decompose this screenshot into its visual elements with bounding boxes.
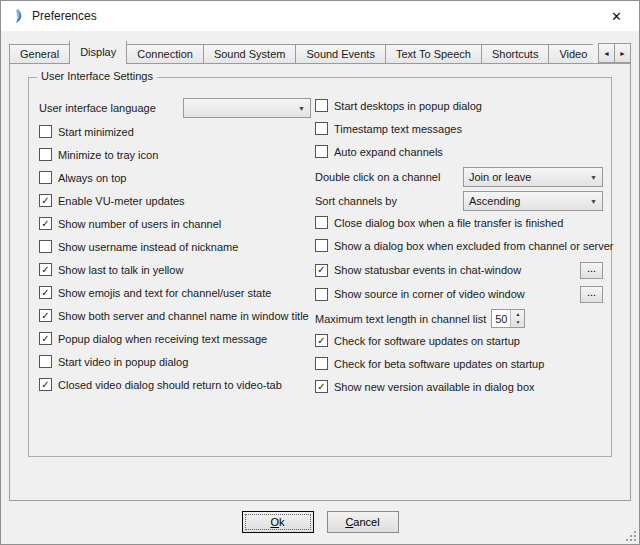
tab-scroll-left-button[interactable]: ◄ [598, 43, 615, 63]
checkbox-row: Minimize to tray icon [39, 147, 311, 162]
dropdown[interactable]: Join or leave▼ [463, 167, 603, 187]
checkbox-row: Close dialog box when a file transfer is… [315, 215, 603, 230]
checkbox[interactable] [39, 355, 52, 368]
checkbox-label: Show new version available in dialog box [334, 381, 535, 393]
checkbox[interactable] [315, 239, 328, 252]
checkbox[interactable] [39, 240, 52, 253]
checkbox-label: Show both server and channel name in win… [58, 310, 309, 322]
ok-button[interactable]: Ok [242, 511, 314, 533]
checkbox-row: Check for beta software updates on start… [315, 356, 603, 371]
checkbox-row: ✓Show statusbar events in chat-window... [315, 261, 603, 279]
tab-connection[interactable]: Connection [126, 44, 204, 64]
checkbox-label: Show last to talk in yellow [58, 264, 183, 276]
checkbox-row: ✓Show new version available in dialog bo… [315, 379, 603, 394]
app-icon [9, 8, 25, 24]
checkbox-label: Popup dialog when receiving text message [58, 333, 267, 345]
close-button[interactable]: ✕ [594, 1, 639, 31]
checkbox[interactable]: ✓ [39, 194, 52, 207]
checkbox[interactable] [315, 99, 328, 112]
cancel-button[interactable]: Cancel [327, 511, 399, 533]
checkbox[interactable]: ✓ [315, 380, 328, 393]
checkbox[interactable]: ✓ [39, 378, 52, 391]
right-settings-column: Start desktops in popup dialogTimestamp … [315, 98, 603, 402]
checkbox-row: ✓Closed video dialog should return to vi… [39, 377, 311, 392]
checkbox-label: Minimize to tray icon [58, 149, 158, 161]
left-settings-list: Start minimizedMinimize to tray iconAlwa… [39, 124, 311, 392]
checkbox-label: Auto expand channels [334, 146, 443, 158]
checkbox[interactable]: ✓ [39, 286, 52, 299]
setting-spin-row: Maximum text length in channel list50▲▼ [315, 309, 603, 328]
resize-grip[interactable] [624, 529, 637, 542]
checkbox[interactable] [39, 125, 52, 138]
tab-text-to-speech[interactable]: Text To Speech [385, 44, 482, 64]
tab-sound-events[interactable]: Sound Events [295, 44, 386, 64]
tab-display[interactable]: Display [69, 41, 127, 64]
checkbox-row: Timestamp text messages [315, 121, 603, 136]
field-label: Maximum text length in channel list [315, 313, 486, 325]
checkbox-row: ✓Show number of users in channel [39, 216, 311, 231]
dialog-footer: Ok Cancel [1, 511, 639, 533]
checkbox-label: Start minimized [58, 126, 134, 138]
checkbox[interactable]: ✓ [39, 217, 52, 230]
checkbox-label: Enable VU-meter updates [58, 195, 185, 207]
setting-select-row: Sort channels byAscending▼ [315, 191, 603, 211]
dropdown[interactable]: Ascending▼ [463, 191, 603, 211]
user-interface-settings-group: User Interface Settings User interface l… [28, 77, 612, 457]
stepper-up-icon[interactable]: ▲ [511, 310, 524, 319]
checkbox-row: ✓Show both server and channel name in wi… [39, 308, 311, 323]
checkbox-row: Start video in popup dialog [39, 354, 311, 369]
checkbox-label: Show statusbar events in chat-window [334, 264, 521, 276]
field-label: User interface language [39, 102, 156, 114]
checkbox[interactable] [315, 216, 328, 229]
checkbox[interactable] [39, 171, 52, 184]
checkbox-row: Show a dialog box when excluded from cha… [315, 238, 603, 253]
checkbox[interactable]: ✓ [39, 309, 52, 322]
tab-video[interactable]: Video [548, 44, 593, 64]
checkbox[interactable] [315, 122, 328, 135]
checkbox-row: Start minimized [39, 124, 311, 139]
checkbox-row: ✓Enable VU-meter updates [39, 193, 311, 208]
dropdown-value: Ascending [469, 195, 520, 207]
window-title: Preferences [32, 9, 97, 23]
checkbox-label: Show username instead of nickname [58, 241, 238, 253]
checkbox-row: Show username instead of nickname [39, 239, 311, 254]
checkbox[interactable] [39, 148, 52, 161]
stepper-value: 50 [492, 310, 510, 327]
language-dropdown[interactable]: ▼ [183, 98, 311, 118]
arrow-right-icon: ► [619, 50, 626, 57]
checkbox-label: Show number of users in channel [58, 218, 221, 230]
checkbox-row: ✓Popup dialog when receiving text messag… [39, 331, 311, 346]
tab-scroll-control: ◄ ► [599, 43, 631, 63]
more-options-button[interactable]: ... [580, 262, 603, 279]
checkbox-row: ✓Check for software updates on startup [315, 333, 603, 348]
checkbox[interactable]: ✓ [315, 264, 328, 277]
checkbox[interactable]: ✓ [39, 263, 52, 276]
checkbox[interactable] [315, 288, 328, 301]
checkbox[interactable] [315, 145, 328, 158]
tab-scroll-right-button[interactable]: ► [614, 43, 631, 63]
right-settings-list: Start desktops in popup dialogTimestamp … [315, 98, 603, 394]
language-row: User interface language ▼ [39, 98, 311, 118]
setting-select-row: Double click on a channelJoin or leave▼ [315, 167, 603, 187]
checkbox[interactable]: ✓ [39, 332, 52, 345]
more-options-button[interactable]: ... [580, 286, 603, 303]
chevron-down-icon: ▼ [298, 105, 305, 112]
checkbox[interactable] [315, 357, 328, 370]
number-stepper[interactable]: 50▲▼ [491, 309, 525, 328]
checkbox-row: Show source in corner of video window... [315, 285, 603, 303]
checkbox-row: Always on top [39, 170, 311, 185]
checkbox-label: Closed video dialog should return to vid… [58, 379, 282, 391]
tab-bar: GeneralDisplayConnectionSound SystemSoun… [9, 41, 593, 64]
tab-shortcuts[interactable]: Shortcuts [481, 44, 549, 64]
tab-sound-system[interactable]: Sound System [203, 44, 297, 64]
stepper-arrows: ▲▼ [510, 310, 524, 327]
checkbox-label: Start video in popup dialog [58, 356, 188, 368]
checkbox-label: Close dialog box when a file transfer is… [334, 217, 563, 229]
checkbox[interactable]: ✓ [315, 334, 328, 347]
dropdown-value: Join or leave [469, 171, 531, 183]
checkbox-label: Show source in corner of video window [334, 288, 525, 300]
stepper-down-icon[interactable]: ▼ [511, 319, 524, 328]
arrow-left-icon: ◄ [603, 50, 610, 57]
tab-general[interactable]: General [9, 44, 70, 64]
chevron-down-icon: ▼ [590, 198, 597, 205]
